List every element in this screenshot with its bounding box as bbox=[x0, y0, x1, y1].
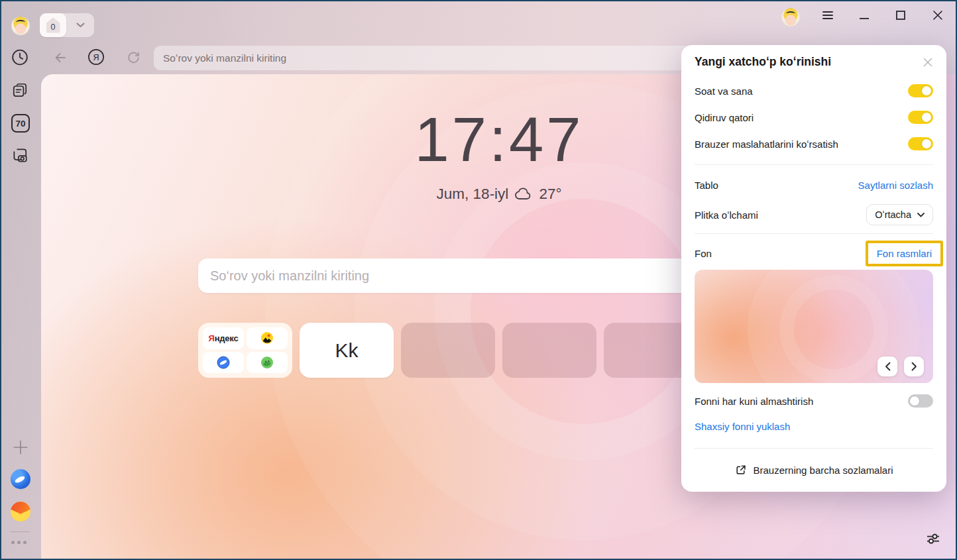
background-preview bbox=[695, 270, 933, 383]
tile-size-value: Oʻrtacha bbox=[875, 209, 911, 220]
toggle-label: Qidiruv qatori bbox=[695, 112, 754, 123]
yandex-wordmark: Яндекс bbox=[208, 333, 238, 343]
tile-placeholder-1 bbox=[401, 323, 495, 378]
close-window-button[interactable] bbox=[929, 7, 946, 24]
tablo-row: Tablo Saytlarni sozlash bbox=[695, 178, 933, 192]
green-app-icon bbox=[260, 356, 274, 369]
search-bar-toggle[interactable] bbox=[908, 111, 933, 124]
maximize-button[interactable] bbox=[892, 7, 909, 24]
refresh-button[interactable] bbox=[125, 49, 142, 66]
configure-sites-link[interactable]: Saytlarni sozlash bbox=[858, 180, 933, 191]
tile-placeholder-2 bbox=[502, 323, 596, 378]
notes-stack-icon bbox=[11, 82, 28, 99]
upload-background-row: Shaxsiy fonni yuklash bbox=[695, 419, 933, 433]
newtab-search-input[interactable] bbox=[198, 258, 759, 293]
sidebar-more-button[interactable] bbox=[11, 541, 27, 544]
profile-avatar[interactable] bbox=[11, 17, 30, 35]
next-background-button[interactable] bbox=[904, 357, 924, 376]
tile-kk[interactable]: Kk bbox=[300, 323, 394, 378]
subtile-disk[interactable] bbox=[203, 352, 244, 374]
speed-value: 70 bbox=[15, 119, 25, 129]
tune-sliders-icon bbox=[925, 531, 941, 547]
tiles-row: Яндекс bbox=[198, 323, 698, 378]
chevron-left-icon bbox=[885, 362, 891, 371]
sidebar-yandex-disk-button[interactable] bbox=[11, 469, 30, 489]
back-arrow-icon bbox=[52, 50, 68, 66]
wallpaper-rings-decor bbox=[471, 199, 696, 424]
panel-title: Yangi xatchoʻp koʻrinishi bbox=[695, 55, 831, 69]
sidebar-screenshot-button[interactable] bbox=[11, 146, 28, 164]
action-highlight-box: Fon rasmlari bbox=[866, 241, 943, 266]
subtile-images[interactable] bbox=[247, 327, 288, 349]
close-icon bbox=[932, 10, 943, 21]
hamburger-icon bbox=[822, 9, 833, 21]
toggle-label: Brauzer maslahatlarini koʻrsatish bbox=[695, 139, 838, 150]
minimize-icon bbox=[859, 10, 870, 21]
sidebar-divider bbox=[11, 532, 30, 532]
panel-divider bbox=[695, 448, 933, 449]
refresh-icon bbox=[125, 50, 142, 66]
chevron-down-icon bbox=[76, 23, 85, 28]
minimize-button[interactable] bbox=[856, 7, 873, 24]
tile-kk-label: Kk bbox=[335, 339, 358, 362]
address-bar-input[interactable] bbox=[154, 46, 759, 70]
yandex-home-button[interactable]: Я bbox=[87, 48, 105, 66]
panel-close-button[interactable] bbox=[920, 54, 936, 70]
menu-button[interactable] bbox=[819, 7, 836, 24]
active-tab[interactable]: 0 bbox=[40, 13, 66, 37]
tab-count: 0 bbox=[51, 23, 56, 32]
browser-tips-toggle[interactable] bbox=[908, 137, 933, 150]
tablo-label: Tablo bbox=[695, 180, 718, 191]
yandex-logo-icon: Я bbox=[87, 48, 105, 66]
clock-date-toggle[interactable] bbox=[908, 84, 933, 97]
maximize-icon bbox=[895, 10, 906, 21]
tile-size-label: Plitka oʻlchami bbox=[695, 209, 758, 221]
daily-background-row: Fonni har kuni almashtirish bbox=[695, 394, 933, 408]
toggle-row-search-bar: Qidiruv qatori bbox=[695, 110, 933, 125]
daily-background-toggle[interactable] bbox=[908, 394, 933, 408]
chevron-right-icon bbox=[911, 362, 917, 371]
back-button[interactable] bbox=[52, 49, 69, 66]
tab-counter-shield: 0 bbox=[46, 18, 60, 33]
yandex-disk-icon bbox=[217, 356, 230, 369]
prev-background-button[interactable] bbox=[877, 357, 897, 376]
screenshot-camera-icon bbox=[11, 146, 28, 164]
history-button[interactable] bbox=[11, 48, 28, 66]
cloud-icon bbox=[514, 186, 533, 202]
all-settings-label: Brauzerning barcha sozlamalari bbox=[754, 465, 893, 476]
tab-pill[interactable]: 0 bbox=[40, 13, 94, 37]
tile-size-select[interactable]: Oʻrtacha bbox=[866, 204, 933, 225]
sidebar-speed-badge[interactable]: 70 bbox=[11, 114, 30, 133]
newtab-customize-button[interactable] bbox=[923, 529, 943, 549]
chevron-down-icon bbox=[917, 213, 925, 217]
toggle-label: Soat va sana bbox=[695, 85, 753, 97]
toggle-row-clock-date: Soat va sana bbox=[695, 84, 933, 98]
subtile-green-app[interactable] bbox=[247, 352, 288, 374]
subtile-yandex[interactable]: Яндекс bbox=[203, 327, 244, 349]
sidebar-yandex-mail-button[interactable] bbox=[11, 502, 30, 522]
sidebar-notes-button[interactable] bbox=[11, 82, 28, 99]
external-link-icon bbox=[735, 465, 746, 476]
toggle-row-browser-tips: Brauzer maslahatlarini koʻrsatish bbox=[695, 137, 933, 151]
bookmark-appearance-panel: Yangi xatchoʻp koʻrinishi Soat va sana Q… bbox=[681, 45, 946, 492]
plus-icon bbox=[12, 439, 29, 456]
window-profile-avatar[interactable] bbox=[781, 8, 800, 27]
tab-list-dropdown[interactable] bbox=[66, 13, 94, 37]
date-text: Jum, 18-iyl bbox=[437, 186, 509, 203]
history-clock-icon bbox=[11, 48, 28, 66]
close-icon bbox=[923, 58, 932, 67]
panel-divider bbox=[695, 233, 933, 234]
yandex-images-icon bbox=[260, 331, 274, 345]
panel-divider bbox=[695, 164, 933, 165]
background-label: Fon bbox=[695, 248, 712, 259]
preview-rings-decor bbox=[794, 290, 873, 369]
background-gallery-link[interactable]: Fon rasmlari bbox=[877, 248, 932, 259]
upload-custom-background-link[interactable]: Shaxsiy fonni yuklash bbox=[695, 421, 790, 432]
sidebar-add-button[interactable] bbox=[12, 439, 29, 456]
all-browser-settings-button[interactable]: Brauzerning barcha sozlamalari bbox=[681, 461, 946, 478]
temperature-text: 27° bbox=[539, 186, 561, 203]
daily-background-label: Fonni har kuni almashtirish bbox=[695, 396, 813, 407]
tile-yandex-group[interactable]: Яндекс bbox=[198, 323, 292, 378]
tile-size-row: Plitka oʻlchami Oʻrtacha bbox=[695, 204, 933, 225]
svg-text:Я: Я bbox=[93, 53, 99, 62]
